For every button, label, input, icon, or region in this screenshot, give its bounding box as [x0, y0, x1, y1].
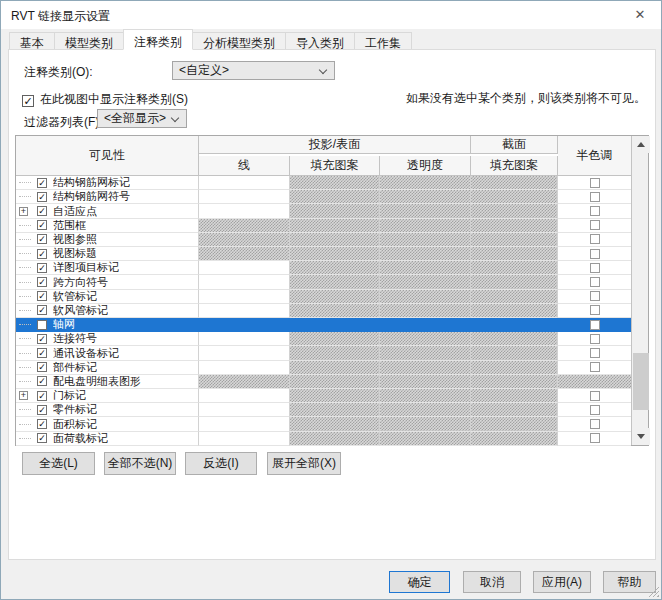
scrollbar-thumb[interactable] — [633, 353, 649, 410]
row-checkbox[interactable] — [37, 320, 47, 330]
cut-patterns-cell[interactable] — [471, 304, 558, 318]
lines-cell[interactable] — [199, 346, 290, 360]
row-checkbox[interactable]: ✓ — [37, 348, 47, 358]
lines-cell[interactable] — [199, 219, 290, 233]
annotation-category-dropdown[interactable]: <自定义> — [172, 61, 335, 80]
patterns-cell[interactable] — [290, 361, 380, 375]
action-button-1[interactable]: 全部不选(N) — [104, 452, 176, 475]
patterns-cell[interactable] — [290, 219, 380, 233]
halftone-cell[interactable] — [558, 318, 631, 332]
lines-cell[interactable] — [199, 389, 290, 403]
row-checkbox[interactable]: ✓ — [37, 192, 47, 202]
visibility-cell[interactable]: ✓面积标记 — [16, 417, 199, 431]
resize-grip-icon[interactable] — [647, 585, 659, 597]
tab-5[interactable]: 工作集 — [354, 32, 412, 50]
halftone-cell[interactable] — [558, 346, 631, 360]
cut-patterns-cell[interactable] — [471, 403, 558, 417]
visibility-cell[interactable]: ✓结构钢筋网符号 — [16, 190, 199, 204]
patterns-cell[interactable] — [290, 346, 380, 360]
visibility-cell[interactable]: ✓通讯设备标记 — [16, 346, 199, 360]
cut-patterns-cell[interactable] — [471, 204, 558, 218]
transparency-cell[interactable] — [380, 432, 471, 446]
table-row[interactable]: ✓软管标记 — [16, 290, 631, 304]
halftone-cell[interactable] — [558, 332, 631, 346]
lines-cell[interactable] — [199, 275, 290, 289]
halftone-checkbox[interactable] — [590, 249, 600, 259]
halftone-checkbox[interactable] — [590, 305, 600, 315]
transparency-cell[interactable] — [380, 176, 471, 190]
cut-patterns-cell[interactable] — [471, 361, 558, 375]
row-checkbox[interactable]: ✓ — [37, 419, 47, 429]
cut-patterns-cell[interactable] — [471, 190, 558, 204]
transparency-cell[interactable] — [380, 290, 471, 304]
row-checkbox[interactable]: ✓ — [37, 178, 47, 188]
patterns-cell[interactable] — [290, 389, 380, 403]
row-checkbox[interactable]: ✓ — [37, 376, 47, 386]
patterns-cell[interactable] — [290, 275, 380, 289]
transparency-cell[interactable] — [380, 304, 471, 318]
halftone-cell[interactable] — [558, 417, 631, 431]
scroll-up-button[interactable] — [632, 136, 650, 153]
halftone-cell[interactable] — [558, 261, 631, 275]
halftone-checkbox[interactable] — [590, 220, 600, 230]
halftone-checkbox[interactable] — [590, 263, 600, 273]
table-row[interactable]: ✓零件标记 — [16, 403, 631, 417]
transparency-cell[interactable] — [380, 417, 471, 431]
cut-patterns-cell[interactable] — [471, 375, 558, 389]
patterns-cell[interactable] — [290, 247, 380, 261]
lines-cell[interactable] — [199, 176, 290, 190]
row-checkbox[interactable]: ✓ — [37, 391, 47, 401]
patterns-cell[interactable] — [290, 332, 380, 346]
visibility-cell[interactable]: ✓视图标题 — [16, 247, 199, 261]
transparency-cell[interactable] — [380, 375, 471, 389]
transparency-cell[interactable] — [380, 318, 471, 332]
lines-cell[interactable] — [199, 403, 290, 417]
lines-cell[interactable] — [199, 290, 290, 304]
filter-list-dropdown[interactable]: <全部显示> — [97, 109, 187, 128]
dialog-button-1[interactable]: 取消 — [463, 571, 521, 593]
cut-patterns-cell[interactable] — [471, 290, 558, 304]
cut-patterns-cell[interactable] — [471, 318, 558, 332]
halftone-checkbox[interactable] — [590, 192, 600, 202]
transparency-cell[interactable] — [380, 346, 471, 360]
halftone-checkbox[interactable] — [590, 348, 600, 358]
halftone-checkbox[interactable] — [590, 277, 600, 287]
dialog-button-0[interactable]: 确定 — [389, 571, 450, 593]
cut-patterns-cell[interactable] — [471, 275, 558, 289]
tab-3[interactable]: 分析模型类别 — [192, 32, 286, 50]
halftone-cell[interactable] — [558, 219, 631, 233]
lines-cell[interactable] — [199, 318, 290, 332]
dialog-button-2[interactable]: 应用(A) — [533, 571, 591, 593]
row-checkbox[interactable]: ✓ — [37, 433, 47, 443]
action-button-2[interactable]: 反选(I) — [185, 452, 257, 475]
halftone-cell[interactable] — [558, 389, 631, 403]
tab-0[interactable]: 基本 — [9, 32, 55, 50]
patterns-cell[interactable] — [290, 204, 380, 218]
tab-4[interactable]: 导入类别 — [285, 32, 355, 50]
table-row[interactable]: ✓配电盘明细表图形 — [16, 375, 631, 389]
patterns-cell[interactable] — [290, 290, 380, 304]
expand-icon[interactable]: + — [19, 207, 28, 216]
halftone-checkbox[interactable] — [590, 334, 600, 344]
lines-cell[interactable] — [199, 361, 290, 375]
transparency-cell[interactable] — [380, 389, 471, 403]
halftone-checkbox[interactable] — [590, 405, 600, 415]
halftone-cell[interactable] — [558, 176, 631, 190]
halftone-cell[interactable] — [558, 304, 631, 318]
cut-patterns-cell[interactable] — [471, 176, 558, 190]
table-row[interactable]: 轴网 — [16, 318, 631, 332]
cut-patterns-cell[interactable] — [471, 219, 558, 233]
table-row[interactable]: ✓结构钢筋网符号 — [16, 190, 631, 204]
patterns-cell[interactable] — [290, 176, 380, 190]
halftone-cell[interactable] — [558, 432, 631, 446]
visibility-cell[interactable]: ✓结构钢筋网标记 — [16, 176, 199, 190]
patterns-cell[interactable] — [290, 318, 380, 332]
patterns-cell[interactable] — [290, 304, 380, 318]
patterns-cell[interactable] — [290, 417, 380, 431]
cut-patterns-cell[interactable] — [471, 233, 558, 247]
checkbox-icon[interactable]: ✓ — [22, 95, 34, 107]
cut-patterns-cell[interactable] — [471, 432, 558, 446]
table-row[interactable]: ✓详图项目标记 — [16, 261, 631, 275]
visibility-cell[interactable]: ✓软管标记 — [16, 290, 199, 304]
halftone-checkbox[interactable] — [590, 320, 600, 330]
